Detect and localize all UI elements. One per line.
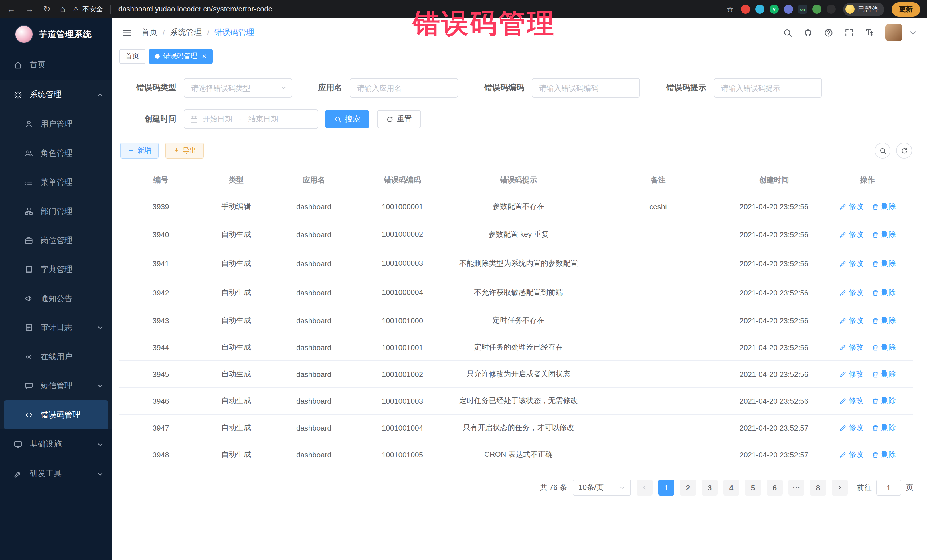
- on-badge-extension-icon[interactable]: on: [798, 5, 807, 14]
- edit-button[interactable]: 修改: [839, 287, 863, 298]
- edit-button[interactable]: 修改: [839, 201, 863, 212]
- tab-error-code[interactable]: 错误码管理 ×: [149, 49, 213, 64]
- page-button-5[interactable]: 5: [745, 480, 761, 496]
- page-size-select[interactable]: 10条/页: [573, 480, 631, 496]
- edit-button[interactable]: 修改: [839, 423, 863, 433]
- delete-button[interactable]: 删除: [871, 369, 896, 379]
- bookmark-star-icon[interactable]: ☆: [726, 5, 734, 14]
- breadcrumb-section[interactable]: 系统管理: [170, 27, 202, 38]
- chevron-down-icon: [96, 323, 104, 332]
- home-icon[interactable]: ⌂: [60, 4, 65, 14]
- delete-button[interactable]: 删除: [871, 201, 896, 212]
- fullscreen-icon[interactable]: [844, 28, 854, 37]
- home-icon: [14, 61, 22, 69]
- edit-button[interactable]: 修改: [839, 258, 863, 269]
- delete-button[interactable]: 删除: [871, 287, 896, 298]
- page-button-1[interactable]: 1: [658, 480, 674, 496]
- error-message-input[interactable]: [714, 78, 822, 97]
- sidebar-item-sms[interactable]: 短信管理: [0, 371, 112, 400]
- delete-button[interactable]: 删除: [871, 258, 896, 269]
- search-icon[interactable]: [783, 28, 792, 37]
- grid-extension-icon[interactable]: [784, 5, 793, 14]
- font-size-icon[interactable]: [865, 28, 874, 37]
- breadcrumb-home[interactable]: 首页: [141, 27, 158, 38]
- user-icon: [24, 120, 33, 128]
- goto-page-input[interactable]: [876, 480, 901, 496]
- leaf-extension-icon[interactable]: [812, 5, 821, 14]
- export-button[interactable]: 导出: [166, 143, 204, 159]
- tab-home[interactable]: 首页: [119, 49, 146, 64]
- hamburger-icon[interactable]: [122, 27, 132, 38]
- add-button[interactable]: 新增: [120, 143, 159, 159]
- edit-icon: [839, 203, 846, 210]
- error-type-select[interactable]: [184, 78, 292, 97]
- reset-button[interactable]: 重置: [377, 110, 421, 128]
- next-page-button[interactable]: [832, 480, 848, 496]
- close-icon[interactable]: ×: [202, 52, 206, 60]
- page-button-8[interactable]: 8: [810, 480, 826, 496]
- sidebar-item-system[interactable]: 系统管理: [0, 80, 112, 109]
- chevron-down-icon[interactable]: [908, 28, 918, 37]
- update-button[interactable]: 更新: [892, 2, 920, 16]
- delete-button[interactable]: 删除: [871, 450, 896, 460]
- delete-button[interactable]: 删除: [871, 343, 896, 353]
- sidebar-item-departments[interactable]: 部门管理: [0, 197, 112, 226]
- edit-button[interactable]: 修改: [839, 229, 863, 240]
- sidebar-item-devtools[interactable]: 研发工具: [0, 459, 112, 489]
- edit-button[interactable]: 修改: [839, 343, 863, 353]
- sidebar-item-dicts[interactable]: 字典管理: [0, 255, 112, 284]
- delete-button[interactable]: 删除: [871, 229, 896, 240]
- help-icon[interactable]: [824, 28, 833, 37]
- back-icon[interactable]: ←: [7, 4, 15, 14]
- sidebar-item-error-codes[interactable]: 错误码管理: [4, 400, 108, 429]
- record-extension-icon[interactable]: [741, 5, 750, 14]
- sidebar-item-infrastructure[interactable]: 基础设施: [0, 429, 112, 459]
- delete-button[interactable]: 删除: [871, 396, 896, 406]
- reload-icon[interactable]: ↻: [43, 4, 50, 14]
- refresh-table-button[interactable]: [896, 143, 912, 159]
- breadcrumb-separator: /: [163, 28, 165, 37]
- table-row: 3941 自动生成 dashboard 1001000003 不能删除类型为系统…: [119, 249, 913, 278]
- more-pages-button[interactable]: ···: [789, 480, 804, 496]
- sidebar-item-online-users[interactable]: 在线用户: [0, 342, 112, 371]
- trash-icon: [871, 424, 879, 432]
- sidebar-item-audit-logs[interactable]: 审计日志: [0, 313, 112, 342]
- toggle-search-button[interactable]: [874, 143, 891, 159]
- forward-icon[interactable]: →: [25, 4, 33, 14]
- page-button-2[interactable]: 2: [680, 480, 696, 496]
- edit-icon: [839, 398, 846, 405]
- app-name-input[interactable]: [350, 78, 458, 97]
- sidebar-item-positions[interactable]: 岗位管理: [0, 226, 112, 255]
- vpn-extension-icon[interactable]: V: [769, 5, 779, 14]
- edit-button[interactable]: 修改: [839, 396, 863, 406]
- search-icon: [334, 115, 342, 123]
- user-avatar[interactable]: [885, 24, 903, 41]
- sidebar-item-roles[interactable]: 角色管理: [0, 138, 112, 168]
- divider: [110, 5, 111, 14]
- pug-extension-icon[interactable]: [827, 5, 836, 14]
- security-indicator[interactable]: ⚠ 不安全: [73, 4, 103, 14]
- github-icon[interactable]: [803, 28, 813, 37]
- sidebar-item-menus[interactable]: 菜单管理: [0, 168, 112, 197]
- sidebar-item-users[interactable]: 用户管理: [0, 109, 112, 138]
- monitor-icon: [14, 440, 22, 449]
- delete-button[interactable]: 删除: [871, 423, 896, 433]
- paused-badge[interactable]: 已暂停: [843, 3, 884, 16]
- prev-page-button[interactable]: [637, 480, 653, 496]
- search-button[interactable]: 搜索: [325, 110, 369, 128]
- edit-button[interactable]: 修改: [839, 316, 863, 326]
- table-row: 3944 自动生成 dashboard 1001001001 定时任务的处理器已…: [119, 334, 913, 361]
- delete-button[interactable]: 删除: [871, 316, 896, 326]
- edit-button[interactable]: 修改: [839, 369, 863, 379]
- error-code-input[interactable]: [532, 78, 640, 97]
- page-button-4[interactable]: 4: [723, 480, 739, 496]
- sidebar-item-notices[interactable]: 通知公告: [0, 284, 112, 313]
- sidebar-item-home[interactable]: 首页: [0, 50, 112, 80]
- page-button-6[interactable]: 6: [767, 480, 783, 496]
- edit-button[interactable]: 修改: [839, 450, 863, 460]
- date-range-picker[interactable]: 开始日期 - 结束日期: [184, 109, 318, 129]
- signal-icon: [24, 352, 33, 361]
- page-button-3[interactable]: 3: [702, 480, 718, 496]
- colorpicker-extension-icon[interactable]: [755, 5, 764, 14]
- address-bar[interactable]: dashboard.yudao.iocoder.cn/system/error-…: [119, 5, 272, 13]
